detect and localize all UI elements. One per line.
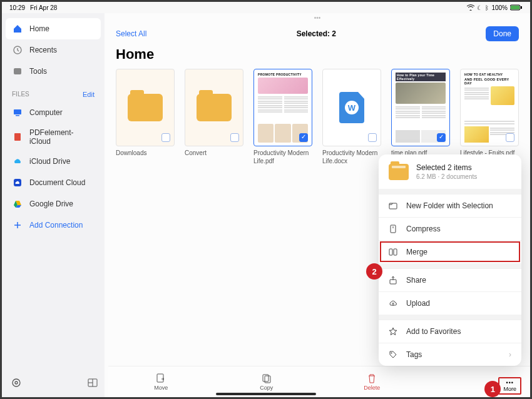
checkbox[interactable]: [299, 133, 308, 142]
sidebar-item-label: Add Connection: [29, 221, 83, 230]
toolbar-label: More: [503, 386, 516, 392]
svg-rect-11: [389, 249, 392, 255]
svg-rect-9: [389, 203, 397, 209]
tools-icon: [12, 66, 23, 77]
menu-label: Tags: [406, 350, 422, 359]
folder-icon: [389, 164, 409, 180]
file-item-timeplan[interactable]: How to Plan your Time Effectively time p…: [391, 69, 450, 165]
svg-rect-12: [394, 249, 397, 255]
menu-label: Add to Favorites: [406, 327, 461, 336]
share-icon: [389, 276, 399, 285]
svg-rect-7: [14, 133, 21, 141]
menu-compress[interactable]: Compress: [379, 217, 521, 240]
checkbox[interactable]: [437, 133, 446, 142]
file-item-productivity-docx[interactable]: W Productivity Modern Life.docx: [322, 69, 381, 165]
menu-label: Upload: [406, 299, 430, 308]
toolbar-move[interactable]: Move: [108, 373, 214, 391]
copy-icon: [261, 373, 272, 384]
sidebar-item-tools[interactable]: Tools: [6, 61, 101, 82]
checkbox[interactable]: [368, 133, 377, 142]
selected-count: Selected: 2: [297, 29, 336, 38]
select-all-link[interactable]: Select All: [116, 29, 146, 38]
done-button[interactable]: Done: [486, 26, 519, 41]
status-bar: 10:29 Fri Apr 28 ☾ ᛒ 100%: [2, 2, 530, 13]
menu-label: Merge: [406, 248, 427, 256]
svg-rect-5: [14, 109, 21, 114]
file-label: Productivity Modern Life.pdf: [253, 146, 312, 165]
bottom-toolbar: Move Copy Delete: [108, 366, 530, 397]
sidebar: Home Recents Tools FILES Edit Computer P…: [2, 13, 105, 397]
annotation-badge-2: 2: [366, 263, 382, 280]
folder-plus-icon: [389, 201, 399, 210]
svg-rect-2: [521, 6, 522, 9]
sidebar-item-add-connection[interactable]: Add Connection: [6, 215, 101, 236]
settings-button[interactable]: [11, 377, 22, 388]
menu-label: New Folder with Selection: [406, 201, 493, 210]
sidebar-item-recents[interactable]: Recents: [6, 39, 101, 61]
popover-title: Selected 2 items: [416, 163, 477, 172]
menu-merge[interactable]: Merge: [379, 240, 521, 263]
document-cloud-icon: [12, 177, 23, 188]
word-icon: W: [339, 92, 364, 123]
battery-icon: [510, 4, 523, 11]
plus-icon: [12, 220, 23, 231]
toolbar-copy[interactable]: Copy: [214, 373, 320, 391]
upload-icon: [389, 299, 399, 308]
toolbar-more[interactable]: ••• More: [498, 377, 521, 395]
file-label: Downloads: [116, 146, 175, 158]
menu-tags[interactable]: Tags ›: [379, 343, 521, 366]
view-toggle-button[interactable]: [87, 377, 98, 388]
file-item-productivity-pdf[interactable]: PROMOTE PRODUCTIVITY Productivity Modern…: [253, 69, 312, 165]
status-date: Fri Apr 28: [30, 4, 57, 11]
more-icon: •••: [506, 380, 514, 386]
folder-icon: [197, 94, 232, 121]
file-item-downloads[interactable]: Downloads: [116, 69, 175, 165]
file-item-convert[interactable]: Convert: [185, 69, 243, 165]
menu-add-favorites[interactable]: Add to Favorites: [379, 320, 521, 343]
sidebar-item-icloud-drive[interactable]: iCloud Drive: [6, 151, 101, 172]
toolbar-delete[interactable]: Delete: [319, 373, 425, 391]
menu-share[interactable]: Share: [379, 268, 521, 291]
sidebar-item-google-drive[interactable]: Google Drive: [6, 193, 101, 215]
sidebar-item-computer[interactable]: Computer: [6, 102, 101, 123]
google-drive-icon: [12, 198, 23, 210]
svg-point-14: [391, 353, 392, 354]
svg-rect-6: [16, 115, 19, 116]
home-icon: [12, 23, 23, 34]
checkbox[interactable]: [161, 133, 170, 142]
compress-icon: [389, 225, 399, 233]
menu-label: Share: [406, 276, 426, 285]
svg-point-18: [13, 379, 20, 386]
checkbox[interactable]: [506, 133, 514, 142]
svg-rect-1: [511, 6, 519, 9]
checkbox[interactable]: [230, 133, 239, 142]
svg-rect-4: [14, 68, 21, 74]
svg-rect-13: [390, 280, 396, 284]
menu-new-folder[interactable]: New Folder with Selection: [379, 194, 521, 217]
menu-upload[interactable]: Upload: [379, 291, 521, 315]
sidebar-item-label: Computer: [29, 108, 63, 117]
sidebar-item-document-cloud[interactable]: Document Cloud: [6, 172, 101, 193]
folder-icon: [128, 94, 163, 121]
more-actions-popover: Selected 2 items 6.2 MB · 2 documents Ne…: [379, 154, 521, 366]
selection-topbar: Select All Selected: 2 Done: [105, 23, 530, 45]
status-time: 10:29: [9, 4, 25, 11]
sidebar-item-pdfelement-icloud[interactable]: PDFelement-iCloud: [6, 123, 101, 151]
computer-icon: [12, 107, 23, 118]
files-section-header: FILES Edit: [6, 82, 101, 102]
home-indicator[interactable]: [216, 393, 316, 395]
sidebar-item-label: Document Cloud: [29, 178, 85, 187]
files-grid: Downloads Convert PROMOTE PRODUCTIVITY: [105, 69, 530, 165]
file-item-lifestyle[interactable]: HOW TO EAT HEALTHY AND FEEL GOOD EVERY D…: [460, 69, 519, 165]
chevron-right-icon: ›: [509, 350, 511, 359]
moon-icon: ☾: [477, 4, 483, 11]
move-icon: [155, 373, 166, 384]
sidebar-item-label: Google Drive: [29, 200, 73, 208]
sidebar-item-home[interactable]: Home: [6, 18, 101, 39]
popover-subtitle: 6.2 MB · 2 documents: [416, 173, 477, 180]
tag-icon: [389, 350, 399, 359]
edit-link[interactable]: Edit: [83, 91, 95, 98]
sidebar-item-label: PDFelement-iCloud: [29, 128, 95, 146]
file-label: Productivity Modern Life.docx: [322, 146, 381, 165]
file-label: Convert: [185, 146, 243, 158]
